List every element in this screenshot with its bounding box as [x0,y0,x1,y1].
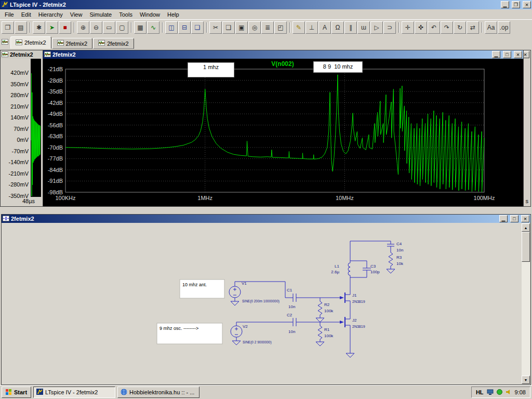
label-net-button[interactable]: A [318,21,331,34]
inductor-button[interactable]: ɯ [357,21,370,34]
clock[interactable]: 9:08 [515,389,526,395]
svg-text:R1: R1 [324,327,330,332]
plot-window-titlebar[interactable]: 2fetmix2 ▁ □ × [43,50,523,59]
maximize-button[interactable]: □ [510,215,518,222]
close-button[interactable]: × [521,215,529,222]
menu-window[interactable]: Window [136,10,164,19]
zoom-full-extents-button[interactable]: ▢ [116,21,128,34]
run-button[interactable]: ➤ [46,21,58,34]
zoom-out-button[interactable]: ⊖ [90,21,102,34]
minimize-button[interactable]: ▁ [499,215,508,222]
schematic-window-titlebar[interactable]: 2fetmix2 ▁ □ × [2,215,530,223]
y-axis-label: -210mV [1,168,29,180]
ground-button[interactable]: ⊥ [305,21,318,34]
note-text-oscillator[interactable]: 9 mhz osc. --------> [159,326,198,331]
print-preview-button[interactable]: ◰ [274,21,287,34]
start-button[interactable]: Start [2,387,31,398]
halt-button[interactable]: ■ [59,21,71,34]
zoom-area-button[interactable]: ▭ [103,21,115,34]
scroll-down-button[interactable]: ▼ [522,376,530,384]
zoom-full-extents-icon: ▢ [119,24,125,31]
copy-button[interactable]: ❑ [222,21,235,34]
menu-edit[interactable]: Edit [18,10,35,19]
taskbar-task-1[interactable]: LTspice IV - 2fetmix2 [33,387,115,398]
status-icon[interactable] [497,389,502,396]
menu-view[interactable]: View [66,10,86,19]
plot-canvas[interactable]: -21dB-28dB-35dB-42dB-49dB-56dB-63dB-70dB… [44,59,523,206]
open-button[interactable]: ❐ [2,21,14,34]
rotate-button[interactable]: ↻ [454,21,466,34]
time-axis-label: 48µs [22,198,35,204]
tab-label: 2fetmix2 [24,39,46,46]
save-button[interactable]: ▤ [15,21,27,34]
resistor-button[interactable]: Ω [331,21,344,34]
menu-hierarchy[interactable]: Hierarchy [35,10,66,19]
spice-directive-button[interactable]: .op [498,21,510,34]
undo-button[interactable]: ↶ [428,21,440,34]
plot-area[interactable]: -21dB-28dB-35dB-42dB-49dB-56dB-63dB-70dB… [43,59,523,206]
autorange-button[interactable]: ∿ [147,21,159,34]
tab-2fetmix2-1[interactable]: 2fetmix2 [10,36,51,49]
close-button[interactable]: × [514,51,522,58]
close-button[interactable]: × [523,1,531,8]
paste-button[interactable]: ▣ [235,21,248,34]
mirror-button[interactable]: ⇄ [467,21,479,34]
y-axis-label: 210mV [1,101,29,113]
waveform-plot-area[interactable] [31,59,41,197]
window-title: LTspice IV - 2fetmix2 [10,2,66,8]
control-panel-button[interactable]: ✱ [33,21,45,34]
maximize-button[interactable]: □ [503,51,511,58]
scroll-up-button[interactable]: ▲ [522,223,530,232]
zoom-in-button[interactable]: ⊕ [77,21,89,34]
tile-vertically-button[interactable]: ◫ [165,21,178,34]
redo-button[interactable]: ↷ [441,21,453,34]
text-button[interactable]: Aa [485,21,497,34]
svg-text:V1: V1 [242,281,247,286]
menu-tools[interactable]: Tools [115,10,136,19]
language-indicator[interactable]: HL [476,389,484,395]
find-button[interactable]: ◎ [248,21,261,34]
diode-button[interactable]: ▷ [370,21,383,34]
schematic-canvas[interactable]: 10 mhz ant. 9 mhz osc. --------> V1 SINE… [2,223,522,383]
cascade-windows-button[interactable]: ❏ [191,21,204,34]
wire-button[interactable]: ✎ [292,21,305,34]
capacitor-button[interactable]: ∥ [344,21,357,34]
tab-2fetmix2-2[interactable]: 2fetmix2 [52,38,93,49]
minimize-button[interactable]: ▁ [492,51,500,58]
print-button[interactable]: ≣ [261,21,274,34]
frequency-response-trace[interactable] [65,75,484,192]
y-axis-label: 70mV [1,124,29,135]
svg-text:R3: R3 [396,255,402,260]
cut-button[interactable]: ✂ [209,21,222,34]
app-titlebar[interactable]: LTspice IV - 2fetmix2 ▁ ❐ × [0,0,532,9]
annotation-1mhz[interactable]: 1 mhz [188,62,234,77]
tab-2fetmix2-3[interactable]: 2fetmix2 [93,38,134,49]
scroll-thumb[interactable] [522,232,530,262]
grid-button[interactable]: ▦ [134,21,147,34]
annotation-8-9-10mhz[interactable]: 8 9 10 mhz [313,61,363,73]
menu-file[interactable]: File [1,10,18,19]
tile-horizontally-button[interactable]: ⊟ [178,21,191,34]
menu-help[interactable]: Help [164,10,183,19]
restore-button[interactable]: ❐ [512,1,520,8]
waveform-icon [98,40,105,47]
taskbar-task-2[interactable]: Hobbielektronika.hu :: - ... [117,387,200,398]
move-button[interactable]: ✛ [402,21,414,34]
network-icon[interactable] [487,389,494,396]
y-tick-label: -56dB [48,122,63,128]
drag-button[interactable]: ✜ [415,21,427,34]
note-text-antenna[interactable]: 10 mhz ant. [182,282,207,287]
copy-icon: ❑ [226,24,232,31]
toolbar-separator [30,22,31,33]
y-axis-label: 280mV [1,90,29,101]
halt-icon: ■ [63,24,66,31]
y-axis-label: 350mV [1,79,29,90]
component-button[interactable]: ⊃ [383,21,396,34]
trace-title[interactable]: V(n002) [43,60,522,68]
minimize-button[interactable]: ▁ [501,1,509,8]
schematic-vscrollbar[interactable]: ▲ ▼ [522,223,530,384]
menu-simulate[interactable]: Simulate [86,10,115,19]
volume-icon[interactable] [506,389,512,396]
y-tick-label: -91dB [48,178,63,184]
task-buttons: LTspice IV - 2fetmix2Hobbielektronika.hu… [31,387,200,398]
